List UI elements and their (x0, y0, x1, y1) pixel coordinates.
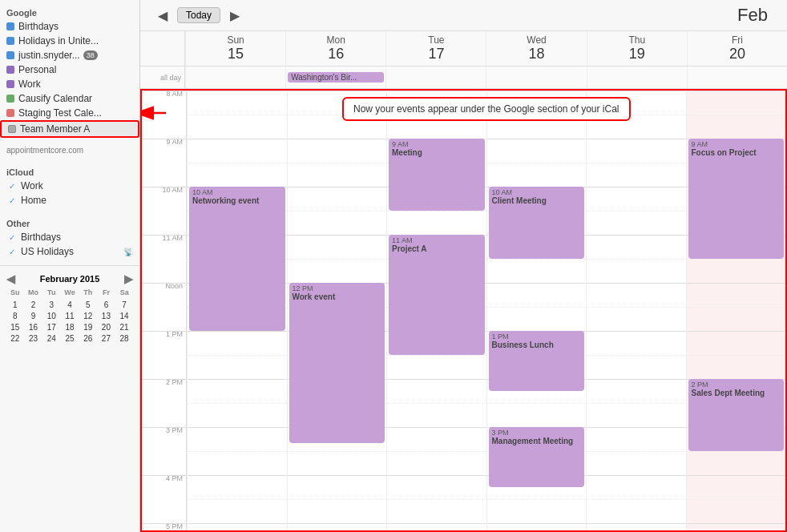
checkbox-icon: ✓ (6, 232, 17, 243)
sidebar-item-birthdays-google[interactable]: Birthdays (0, 19, 139, 34)
mini-cal-day[interactable]: 10 (42, 311, 60, 321)
mini-cal-prev[interactable]: ◀ (6, 272, 15, 285)
today-button[interactable]: Today (177, 7, 220, 23)
mini-cal-day[interactable] (79, 297, 97, 299)
cal-event[interactable]: 10 AMNetworking event (189, 187, 285, 331)
mini-cal-day[interactable]: 6 (98, 300, 115, 310)
mini-cal-day[interactable]: 16 (25, 322, 42, 332)
mini-cal-day[interactable]: 5 (79, 300, 97, 310)
day-label: Thu (628, 34, 645, 46)
color-dot (6, 109, 14, 117)
cal-event[interactable]: 11 AMProject A (389, 235, 485, 355)
day-label: Mon (327, 34, 345, 46)
mini-cal-day[interactable]: 4 (61, 300, 79, 310)
cal-body[interactable]: Now your events appear under the Google … (140, 89, 787, 532)
sidebar-label: Personal (18, 64, 56, 75)
sidebar-label: Work (18, 79, 41, 90)
cal-header-day-mon: Mon16 (285, 31, 385, 66)
cal-event[interactable]: 10 AMClient Meeting (489, 187, 585, 259)
cal-event[interactable]: 1 PMBusiness Lunch (489, 331, 585, 391)
cal-event[interactable]: 3 PMManagement Meeting (489, 427, 585, 487)
sidebar-item-birthdays-other[interactable]: ✓ Birthdays (0, 230, 139, 244)
next-button[interactable]: ▶ (225, 6, 244, 25)
mini-cal-day[interactable] (25, 297, 42, 299)
sidebar-item-team-member-a[interactable]: Team Member A (0, 120, 139, 138)
mini-cal-day[interactable]: 13 (98, 311, 115, 321)
sidebar-item-work-icloud[interactable]: ✓ Work (0, 179, 139, 193)
allday-cell-0 (185, 66, 285, 88)
mini-cal-day[interactable]: 2 (25, 300, 42, 310)
mini-cal-day[interactable]: 20 (98, 322, 115, 332)
mini-cal-day[interactable]: 9 (25, 311, 42, 321)
day-label: Tue (428, 34, 444, 46)
sidebar-item-home-icloud[interactable]: ✓ Home (0, 193, 139, 208)
mini-cal-month: February 2015 (40, 274, 100, 284)
mini-cal-day[interactable] (98, 297, 115, 299)
mini-cal-day[interactable]: 18 (61, 322, 79, 332)
day-label: Sun (227, 34, 244, 46)
mini-cal-day[interactable]: 19 (79, 322, 97, 332)
mini-cal-day[interactable]: 8 (6, 311, 24, 321)
cal-event[interactable]: 2 PMSales Dept Meeting (688, 379, 785, 451)
mini-cal-day[interactable] (61, 297, 79, 299)
time-gutter-header (140, 31, 185, 66)
color-dot (6, 80, 14, 88)
day-num: 19 (587, 46, 687, 62)
color-dot (6, 95, 14, 103)
sidebar-item-causify[interactable]: Causify Calendar (0, 91, 139, 106)
mini-cal-day[interactable]: 11 (61, 311, 79, 321)
mini-cal-day[interactable]: 1 (6, 300, 24, 310)
sidebar-item-justin[interactable]: justin.snyder... 38 (0, 48, 139, 62)
cal-event[interactable]: 12 PMWork event (289, 283, 385, 443)
sidebar-item-us-holidays[interactable]: ✓ US Holidays 📡 (0, 244, 139, 259)
mini-cal-day[interactable]: 24 (42, 333, 60, 344)
checkbox-icon: ✓ (6, 195, 17, 206)
google-section-header: Google (0, 3, 139, 19)
cal-event[interactable]: 9 AMMeeting (389, 139, 485, 211)
mini-cal-day[interactable] (115, 297, 133, 299)
event-title: Networking event (192, 196, 282, 205)
day-num: 17 (386, 46, 486, 62)
sidebar-label: Staging Test Cale... (18, 107, 102, 119)
month-title: Feb (244, 5, 774, 26)
mini-cal-day[interactable]: 15 (6, 322, 24, 332)
allday-cell-1: Washington's Bir... (285, 66, 385, 88)
mini-cal-day[interactable] (6, 297, 24, 299)
allday-event[interactable]: Washington's Bir... (288, 72, 384, 83)
mini-cal-day[interactable]: 3 (42, 300, 60, 310)
mini-cal-day[interactable]: 23 (25, 333, 42, 344)
mini-cal-day[interactable]: 14 (115, 311, 133, 321)
mini-cal-day[interactable]: 21 (115, 322, 133, 332)
prev-button[interactable]: ◀ (153, 6, 172, 25)
mini-cal-day[interactable]: 26 (79, 333, 97, 344)
mini-cal-day[interactable]: 12 (79, 311, 97, 321)
mini-cal-day[interactable]: 17 (42, 322, 60, 332)
sidebar-item-work-google[interactable]: Work (0, 77, 139, 91)
sidebar-item-personal[interactable]: Personal (0, 62, 139, 77)
sidebar-label: Causify Calendar (18, 93, 92, 104)
mini-cal-day[interactable] (42, 297, 60, 299)
mini-cal-day[interactable]: 28 (115, 333, 133, 344)
mini-cal-next[interactable]: ▶ (124, 272, 133, 285)
sidebar-label: Home (21, 195, 46, 206)
event-title: Work event (293, 292, 382, 301)
color-dot (6, 37, 14, 45)
allday-cell-5 (687, 66, 787, 88)
sidebar-label: Holidays in Unite... (18, 35, 99, 46)
mini-cal-day[interactable]: 25 (61, 333, 79, 344)
sidebar-item-staging[interactable]: Staging Test Cale... (0, 106, 139, 120)
sidebar-item-holidays[interactable]: Holidays in Unite... (0, 34, 139, 48)
mini-cal-day[interactable]: 27 (98, 333, 115, 344)
cal-header-day-sun: Sun15 (185, 31, 285, 66)
other-section-header: Other (0, 214, 139, 230)
mini-cal-day[interactable]: 22 (6, 333, 24, 344)
cal-event[interactable]: 9 AMFocus on Project (688, 139, 785, 259)
time-gutter: 8 AM9 AM10 AM11 AMNoon1 PM2 PM3 PM4 PM5 … (142, 91, 187, 532)
sidebar-label: US Holidays (21, 246, 74, 257)
mini-cal-day[interactable]: 7 (115, 300, 133, 310)
day-num: 16 (286, 46, 385, 62)
day-label: Fri (732, 34, 743, 46)
sidebar-label: justin.snyder... (18, 50, 80, 61)
sidebar: Google Birthdays Holidays in Unite... ju… (0, 0, 140, 532)
event-time: 2 PM (692, 381, 781, 389)
